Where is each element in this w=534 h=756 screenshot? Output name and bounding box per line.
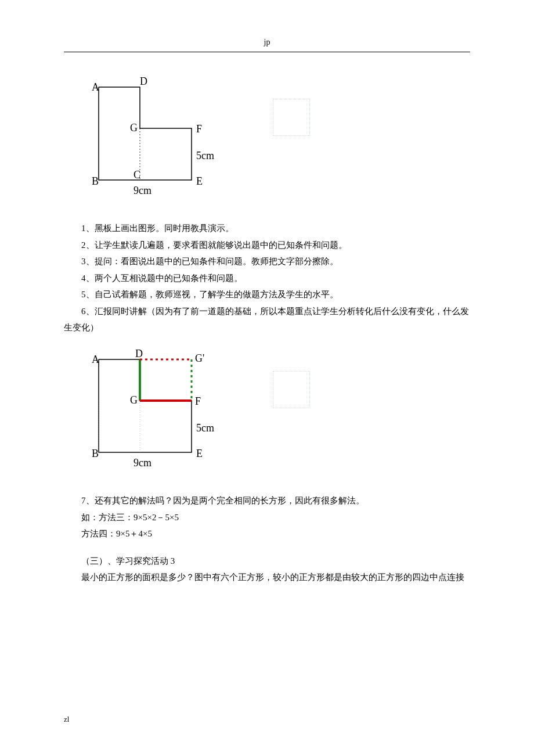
- header-title: jp: [264, 38, 270, 46]
- para-5: 5、自己试着解题，教师巡视，了解学生的做题方法及学生的水平。: [64, 286, 470, 303]
- para-7: 7、还有其它的解法吗？因为是两个完全相同的长方形，因此有很多解法。: [64, 492, 470, 509]
- para-1: 1、黑板上画出图形。同时用教具演示。: [64, 220, 470, 237]
- page-footer: zl: [64, 712, 69, 727]
- faint-guide-box-1: [273, 99, 310, 136]
- label-9cm-1: 9cm: [134, 185, 151, 196]
- label2-A: A: [92, 354, 99, 365]
- diagram-1: A D G F B C E 5cm 9cm: [81, 75, 470, 203]
- diagram-2: A D G' G F B E 5cm 9cm: [81, 348, 470, 476]
- label-G: G: [130, 122, 138, 134]
- para-4: 4、两个人互相说题中的已知条件和问题。: [64, 270, 470, 287]
- para-3: 3、提问：看图说出题中的已知条件和问题。教师把文字部分擦除。: [64, 253, 470, 270]
- label-B: B: [92, 175, 99, 187]
- label-D: D: [140, 75, 147, 87]
- page-header: jp: [64, 35, 470, 52]
- label2-B: B: [92, 448, 99, 459]
- faint-guide-box-2: [273, 371, 310, 408]
- label2-E: E: [196, 448, 203, 459]
- text-block-1: 1、黑板上画出图形。同时用教具演示。 2、让学生默读几遍题，要求看图就能够说出题…: [64, 220, 470, 336]
- label-9cm-2: 9cm: [134, 457, 151, 469]
- para-11: 最小的正方形的面积是多少？图中有六个正方形，较小的正方形都是由较大的正方形的四边…: [64, 569, 470, 586]
- para-9: 方法四：9×5＋4×5: [64, 525, 470, 542]
- label-C: C: [134, 169, 140, 181]
- para-2: 2、让学生默读几遍题，要求看图就能够说出题中的已知条件和问题。: [64, 237, 470, 254]
- label-E: E: [196, 175, 203, 187]
- label-F: F: [196, 123, 202, 135]
- para-6b: 生变化）: [64, 319, 470, 336]
- para-10: （三）、学习探究活动 3: [64, 553, 470, 570]
- para-8: 如：方法三：9×5×2－5×5: [64, 509, 470, 526]
- para-6a: 6、汇报同时讲解（因为有了前一道题的基础，所以本题重点让学生分析转化后什么没有变…: [64, 303, 470, 320]
- label2-G: G: [130, 394, 138, 406]
- label-5cm-1: 5cm: [196, 150, 214, 161]
- text-block-2: 7、还有其它的解法吗？因为是两个完全相同的长方形，因此有很多解法。 如：方法三：…: [64, 492, 470, 542]
- label-A: A: [92, 81, 99, 93]
- label-5cm-2: 5cm: [196, 422, 214, 434]
- label2-F: F: [195, 395, 201, 407]
- label2-Gp: G': [195, 352, 204, 364]
- footer-label: zl: [64, 715, 69, 723]
- label2-D: D: [135, 348, 143, 359]
- text-block-3: （三）、学习探究活动 3 最小的正方形的面积是多少？图中有六个正方形，较小的正方…: [64, 553, 470, 586]
